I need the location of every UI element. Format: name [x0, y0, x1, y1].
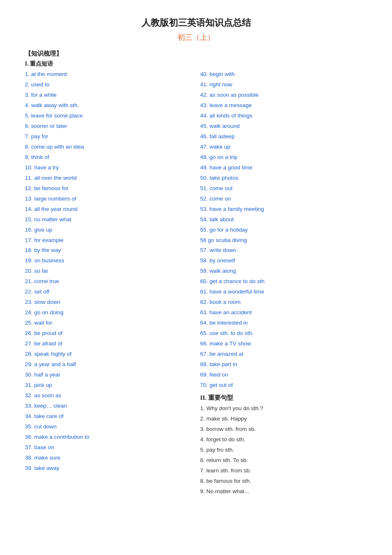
- left-phrase-item: 22. set off: [25, 287, 192, 297]
- right-phrase-item: 59. walk along: [200, 266, 368, 276]
- right-phrase-item: 67. be amazed at: [200, 349, 368, 359]
- left-phrase-item: 10. have a try: [25, 163, 192, 173]
- right-phrase-item: 69. feed on: [200, 370, 368, 380]
- left-phrase-item: 7. pay for: [25, 132, 192, 142]
- left-phrase-item: 2. used to: [25, 80, 192, 90]
- right-phrase-item: 42. as soon as possible: [200, 90, 368, 100]
- right-phrase-item: 49. have a good time: [200, 163, 368, 173]
- sentence-item: 5. pay fro sth.: [200, 445, 368, 455]
- sentence-item: 9. No matter what...: [200, 487, 368, 497]
- left-phrase-item: 20. so far: [25, 266, 192, 276]
- right-phrase-item: 46. fall asleep: [200, 132, 368, 142]
- right-phrase-item: 51. come out: [200, 183, 368, 194]
- left-phrase-item: 4. walk away with sth.: [25, 100, 192, 111]
- right-phrase-item: 48. go on a trip: [200, 152, 368, 163]
- sentence-item: 8. be famous for sth.: [200, 476, 368, 487]
- left-phrase-item: 32. as soon as: [25, 391, 192, 401]
- right-phrase-item: 45. walk around: [200, 121, 368, 132]
- right-phrase-item: 41. right now: [200, 80, 368, 90]
- right-phrase-item: 56 go scuba diving: [200, 235, 368, 246]
- left-phrase-item: 3. for a while: [25, 90, 192, 100]
- left-phrase-item: 26. be proud of: [25, 328, 192, 339]
- left-column: 1. at the moment2. used to3. for a while…: [25, 69, 196, 497]
- right-phrase-item: 44. all kinds of things: [200, 111, 368, 121]
- left-phrase-item: 25. wait for: [25, 318, 192, 328]
- section-header: 【知识梳理】: [25, 50, 367, 58]
- section2-header: II. 重要句型: [200, 394, 368, 402]
- left-phrase-item: 28. speak highly of: [25, 349, 192, 359]
- sentence-item: 4. forget to do sth.: [200, 435, 368, 445]
- sentence-item: 6. return sth. To sb.: [200, 455, 368, 466]
- right-phrase-item: 40. begin with: [200, 69, 368, 80]
- right-phrase-item: 55. go for a holiday: [200, 225, 368, 235]
- right-phrase-item: 60. get a chance to do sth: [200, 276, 368, 287]
- right-phrase-item: 54. talk about: [200, 215, 368, 225]
- left-phrase-item: 36. make a contribution to: [25, 432, 192, 443]
- left-phrase-item: 16. give up: [25, 225, 192, 235]
- left-phrase-item: 30. half a year: [25, 370, 192, 380]
- left-phrase-item: 5. leave for some place: [25, 111, 192, 121]
- left-phrase-item: 31. pick up: [25, 380, 192, 391]
- sentence-item: 3. borrow sth. from sb.: [200, 424, 368, 435]
- left-phrase-item: 8. come up with an idea: [25, 142, 192, 152]
- right-phrase-item: 57. write down: [200, 245, 368, 256]
- page-title: 人教版初三英语知识点总结: [25, 17, 367, 29]
- left-phrase-item: 23. slow down: [25, 297, 192, 308]
- right-phrase-item: 66. make a TV show: [200, 339, 368, 349]
- left-phrase-item: 14. all the year round: [25, 204, 192, 215]
- right-phrase-item: 61. have a wonderful time: [200, 287, 368, 297]
- sentence-item: 7. learn sth. from sb.: [200, 466, 368, 476]
- left-phrase-item: 27. be afraid of: [25, 339, 192, 349]
- right-phrase-item: 43. leave a message: [200, 100, 368, 111]
- left-phrase-item: 35. cut down: [25, 422, 192, 432]
- left-phrase-item: 33. keep… clean: [25, 401, 192, 411]
- left-phrase-item: 39. take away: [25, 463, 192, 474]
- left-phrase-item: 15. no matter what: [25, 215, 192, 225]
- left-phrase-item: 11. all over the world: [25, 173, 192, 183]
- left-phrase-item: 9. think of: [25, 152, 192, 163]
- left-phrase-item: 29. a year and a half: [25, 359, 192, 370]
- right-phrase-item: 70. get out of: [200, 380, 368, 391]
- right-phrase-item: 64. be interested in: [200, 318, 368, 328]
- left-phrase-item: 1. at the moment: [25, 69, 192, 80]
- left-phrase-item: 24. go on doing: [25, 308, 192, 318]
- right-phrase-item: 63. have an accident: [200, 308, 368, 318]
- right-phrase-item: 62. book a room: [200, 297, 368, 308]
- subsection-header: I. 重点短语: [25, 60, 367, 68]
- sentence-item: 2. make sb. Happy: [200, 414, 368, 424]
- right-phrase-item: 53. have a family meeting: [200, 204, 368, 215]
- left-phrase-item: 21. come true: [25, 276, 192, 287]
- left-phrase-item: 38. make sure: [25, 453, 192, 463]
- right-phrase-item: 47. wake up: [200, 142, 368, 152]
- left-phrase-item: 34. take care of: [25, 411, 192, 422]
- left-phrase-item: 37. base on: [25, 443, 192, 453]
- right-column: 40. begin with41. right now42. as soon a…: [196, 69, 368, 497]
- left-phrase-item: 12. be famous for: [25, 183, 192, 194]
- sentence-item: 1. Why don't you do sth.?: [200, 403, 368, 414]
- right-phrase-item: 65. use sth. to do sth.: [200, 328, 368, 339]
- left-phrase-item: 17. for example: [25, 235, 192, 246]
- left-phrase-item: 6. sooner or later: [25, 121, 192, 132]
- subtitle: 初三（上）: [25, 32, 367, 42]
- right-phrase-item: 50. take photos: [200, 173, 368, 183]
- left-phrase-item: 13. large numbers of: [25, 194, 192, 204]
- right-phrase-item: 52. come on: [200, 194, 368, 204]
- right-phrase-item: 68. take part in: [200, 359, 368, 370]
- right-phrase-item: 58. by oneself: [200, 256, 368, 266]
- left-phrase-item: 18. by the way: [25, 245, 192, 256]
- left-phrase-item: 19. on business: [25, 256, 192, 266]
